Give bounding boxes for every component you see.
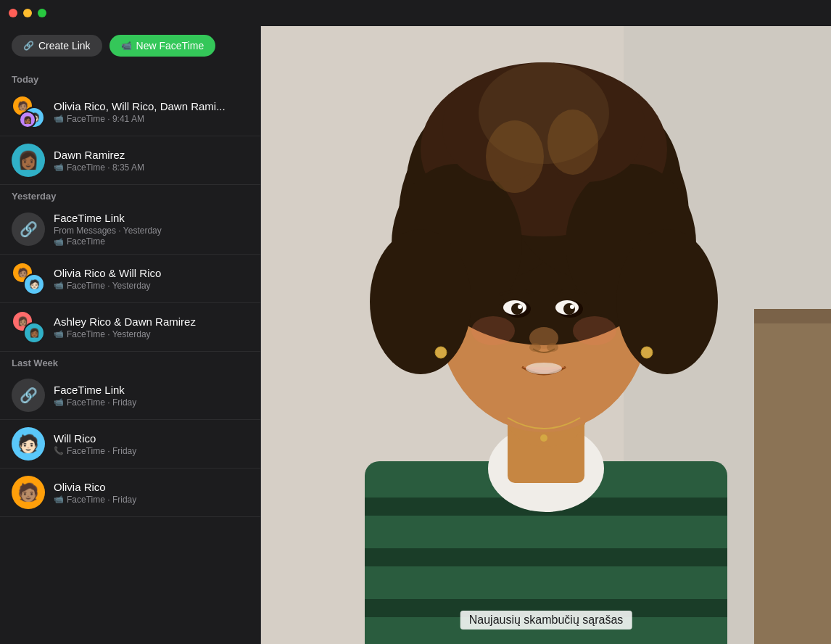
call-info-will-friday: Will Rico 📞 FaceTime · Friday: [54, 432, 249, 456]
section-header-today: Today: [0, 68, 260, 88]
link-avatar: 🔗: [12, 212, 45, 246]
avatar-dawn-3: 👩🏾: [23, 322, 45, 344]
video-icon: 📹: [54, 114, 64, 123]
call-item-olivia-group[interactable]: 🧑🏽 🧑🏻 👩🏾 Olivia Rico, Will Rico, Dawn Ra…: [0, 88, 260, 136]
call-name-link-friday: FaceTime Link: [54, 384, 249, 396]
video-icon-olivia-friday: 📹: [54, 495, 64, 504]
call-sub-dawn: 📹 FaceTime · 8:35 AM: [54, 162, 249, 173]
call-item-olivia-friday[interactable]: 🧑🏽 Olivia Rico 📹 FaceTime · Friday: [0, 468, 260, 517]
call-sub: 📹 FaceTime · 9:41 AM: [54, 114, 249, 124]
call-subline-olivia-will: 📹 FaceTime · Yesterday: [54, 281, 249, 291]
call-name-olivia-friday: Olivia Rico: [54, 481, 249, 493]
link-icon: 🔗: [23, 41, 34, 51]
video-icon-dawn: 📹: [54, 162, 64, 172]
call-sub-olivia-will: 📹 FaceTime · Yesterday: [54, 281, 249, 291]
svg-point-42: [540, 434, 547, 442]
call-info-olivia-friday: Olivia Rico 📹 FaceTime · Friday: [54, 481, 249, 505]
call-name-olivia-will: Olivia Rico & Will Rico: [54, 267, 249, 279]
svg-point-43: [471, 316, 515, 345]
avatar-olivia-will: 🧑🏽 🧑🏻: [12, 262, 45, 295]
call-sub-ashley-dawn: 📹 FaceTime · Yesterday: [54, 329, 249, 339]
call-subline-from-messages: From Messages · Yesterday: [54, 226, 249, 236]
svg-point-38: [547, 343, 558, 352]
call-item-dawn[interactable]: 👩🏾 Dawn Ramirez 📹 FaceTime · 8:35 AM: [0, 136, 260, 185]
call-time-dawn: FaceTime · 8:35 AM: [67, 162, 144, 173]
call-info-ashley-dawn: Ashley Rico & Dawn Ramirez 📹 FaceTime · …: [54, 315, 249, 339]
call-time-will-friday: FaceTime · Friday: [67, 446, 136, 456]
avatar-dawn: 👩🏾: [19, 111, 36, 128]
call-info-link-friday: FaceTime Link 📹 FaceTime · Friday: [54, 384, 249, 408]
camera-icon: 📹: [121, 41, 132, 51]
svg-point-33: [563, 303, 575, 315]
svg-point-35: [570, 305, 574, 309]
call-subline-ashley-dawn: 📹 FaceTime · Yesterday: [54, 329, 249, 339]
section-yesterday: Yesterday 🔗 FaceTime Link From Messages …: [0, 185, 260, 352]
call-time-olivia-will: FaceTime · Yesterday: [67, 281, 151, 291]
call-sub-olivia-friday: 📹 FaceTime · Friday: [54, 495, 249, 505]
avatar-olivia-friday: 🧑🏽: [12, 476, 45, 509]
close-button[interactable]: [9, 9, 17, 17]
call-item-will-friday[interactable]: 🧑🏻 Will Rico 📞 FaceTime · Friday: [0, 420, 260, 468]
section-today: Today 🧑🏽 🧑🏻 👩🏾 Olivia Rico, Will Rico, D…: [0, 68, 260, 185]
avatar-link-friday: 🔗: [12, 379, 45, 412]
svg-point-37: [529, 343, 541, 352]
create-link-label: Create Link: [38, 40, 91, 51]
call-subline-olivia-friday: 📹 FaceTime · Friday: [54, 495, 249, 505]
call-item-olivia-will[interactable]: 🧑🏽 🧑🏻 Olivia Rico & Will Rico 📹 FaceTime…: [0, 255, 260, 303]
avatar-ashley-dawn: 👩🏽 👩🏾: [12, 310, 45, 344]
call-time-olivia-friday: FaceTime · Friday: [67, 495, 136, 505]
call-item-ashley-dawn[interactable]: 👩🏽 👩🏾 Ashley Rico & Dawn Ramirez 📹 FaceT…: [0, 303, 260, 352]
call-time-link-friday: FaceTime · Friday: [67, 397, 136, 408]
call-item-facetime-link-friday[interactable]: 🔗 FaceTime Link 📹 FaceTime · Friday: [0, 371, 260, 420]
toolbar: 🔗 Create Link 📹 New FaceTime: [0, 26, 260, 68]
svg-point-41: [641, 347, 653, 358]
call-name: Olivia Rico, Will Rico, Dawn Rami...: [54, 100, 249, 112]
phone-icon-will: 📞: [54, 446, 64, 455]
svg-point-34: [518, 305, 522, 309]
call-name-will-friday: Will Rico: [54, 432, 249, 445]
avatar-group: 🧑🏽 🧑🏻 👩🏾: [12, 95, 45, 128]
title-bar: [0, 0, 831, 26]
call-sub-will-friday: 📞 FaceTime · Friday: [54, 446, 249, 456]
call-name-link-yesterday: FaceTime Link: [54, 212, 249, 224]
video-area: Naujausių skambučių sąrašas: [261, 26, 831, 644]
call-subline-1: 📹 FaceTime · 9:41 AM: [54, 114, 249, 124]
svg-point-27: [547, 110, 598, 175]
avatar-will-2: 🧑🏻: [23, 273, 45, 295]
call-info-dawn: Dawn Ramirez 📹 FaceTime · 8:35 AM: [54, 149, 249, 173]
sidebar: 🔗 Create Link 📹 New FaceTime Today 🧑🏽 🧑🏻…: [0, 26, 261, 644]
call-time-ashley-dawn: FaceTime · Yesterday: [67, 329, 151, 339]
section-header-lastweek: Last Week: [0, 352, 260, 371]
minimize-button[interactable]: [23, 9, 32, 17]
call-sub-link-yesterday: From Messages · Yesterday 📹 FaceTime: [54, 226, 249, 247]
svg-point-39: [526, 363, 562, 374]
main-layout: 🔗 Create Link 📹 New FaceTime Today 🧑🏽 🧑🏻…: [0, 26, 831, 644]
video-icon-link: 📹: [54, 237, 64, 247]
maximize-button[interactable]: [38, 9, 46, 17]
call-subline-link-friday: 📹 FaceTime · Friday: [54, 397, 249, 408]
call-subline-facetime-link: 📹 FaceTime: [54, 236, 249, 247]
caption: Naujausių skambučių sąrašas: [460, 611, 632, 629]
section-header-yesterday: Yesterday: [0, 185, 260, 205]
svg-point-25: [616, 229, 718, 374]
avatar-dawn-single: 👩🏾: [12, 144, 45, 177]
svg-point-40: [435, 347, 447, 358]
svg-point-26: [486, 120, 544, 193]
svg-point-24: [370, 229, 471, 374]
call-subline-dawn: 📹 FaceTime · 8:35 AM: [54, 162, 249, 173]
video-icon-ashley-dawn: 📹: [54, 329, 64, 339]
avatar-link-yesterday: 🔗: [12, 212, 45, 246]
call-info-olivia-group: Olivia Rico, Will Rico, Dawn Rami... 📹 F…: [54, 100, 249, 124]
svg-rect-3: [754, 316, 831, 644]
svg-point-44: [573, 316, 616, 345]
avatar-olivia-friday-single: 🧑🏽: [12, 476, 45, 509]
new-facetime-button[interactable]: 📹 New FaceTime: [109, 35, 216, 57]
call-info-olivia-will: Olivia Rico & Will Rico 📹 FaceTime · Yes…: [54, 267, 249, 291]
link-avatar-friday: 🔗: [12, 379, 45, 412]
avatar-will-friday-single: 🧑🏻: [12, 427, 45, 461]
create-link-button[interactable]: 🔗 Create Link: [12, 35, 102, 57]
video-icon-link-friday: 📹: [54, 397, 64, 407]
call-facetime-label: FaceTime: [67, 236, 105, 247]
call-name-dawn: Dawn Ramirez: [54, 149, 249, 161]
call-item-facetime-link-yesterday[interactable]: 🔗 FaceTime Link From Messages · Yesterda…: [0, 205, 260, 255]
